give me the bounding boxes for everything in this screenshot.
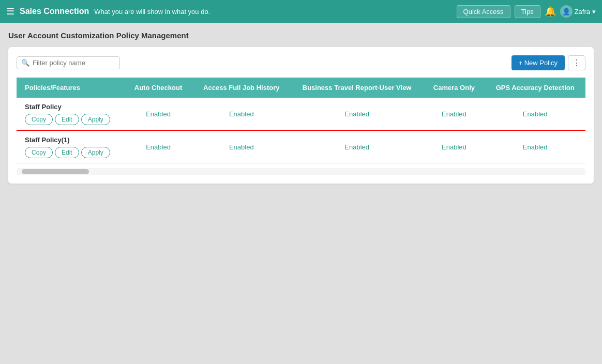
table-wrapper: Policies/FeaturesAuto CheckoutAccess Ful… xyxy=(17,78,585,164)
status-enabled-label: Enabled xyxy=(442,143,466,151)
status-cell: Enabled xyxy=(192,98,291,131)
policy-name-cell: 17Staff Policy(1)CopyEditApply xyxy=(17,131,124,164)
policy-name-cell: Staff PolicyCopyEditApply xyxy=(17,98,124,131)
new-policy-button[interactable]: + New Policy xyxy=(511,55,565,70)
column-header: Auto Checkout xyxy=(124,78,192,98)
status-enabled-label: Enabled xyxy=(523,110,548,118)
status-cell: Enabled xyxy=(424,98,485,131)
status-cell: Enabled xyxy=(192,131,291,164)
policy-card: 🔍 + New Policy ⋮ Policies/FeaturesAuto C… xyxy=(8,47,594,184)
copy-button[interactable]: Copy xyxy=(25,147,53,158)
user-name: Zafra xyxy=(575,8,590,16)
column-header: Camera Only xyxy=(424,78,485,98)
table-row: 17Staff Policy(1)CopyEditApplyEnabledEna… xyxy=(17,131,585,164)
bell-icon[interactable]: 🔔 xyxy=(545,6,556,17)
status-cell: Enabled xyxy=(424,131,485,164)
status-enabled-label: Enabled xyxy=(523,143,548,151)
search-input[interactable] xyxy=(33,59,115,67)
page-title: User Account Customization Policy Manage… xyxy=(8,31,594,40)
status-enabled-label: Enabled xyxy=(229,110,254,118)
status-cell: Enabled xyxy=(485,131,585,164)
tips-button[interactable]: Tips xyxy=(515,5,540,18)
status-enabled-label: Enabled xyxy=(344,143,369,151)
column-header: Access Full Job History xyxy=(192,78,291,98)
menu-icon[interactable]: ☰ xyxy=(6,6,14,17)
status-enabled-label: Enabled xyxy=(229,143,254,151)
status-enabled-label: Enabled xyxy=(146,110,171,118)
status-cell: Enabled xyxy=(291,131,424,164)
quick-access-button[interactable]: Quick Access xyxy=(457,5,510,18)
navbar-tagline: What you are will show in what you do. xyxy=(94,8,451,16)
search-wrapper: 🔍 xyxy=(17,56,120,69)
status-enabled-label: Enabled xyxy=(442,110,466,118)
policy-name-label: Staff Policy(1) xyxy=(25,136,116,144)
table-row: Staff PolicyCopyEditApplyEnabledEnabledE… xyxy=(17,98,585,131)
scrollbar-area[interactable] xyxy=(17,168,585,175)
status-cell: Enabled xyxy=(124,98,192,131)
policy-table: Policies/FeaturesAuto CheckoutAccess Ful… xyxy=(17,78,585,164)
status-cell: Enabled xyxy=(124,131,192,164)
table-body: Staff PolicyCopyEditApplyEnabledEnabledE… xyxy=(17,98,585,164)
avatar: 👤 xyxy=(560,5,573,18)
page-container: User Account Customization Policy Manage… xyxy=(0,23,602,364)
status-cell: Enabled xyxy=(291,98,424,131)
edit-button[interactable]: Edit xyxy=(55,147,79,158)
more-options-button[interactable]: ⋮ xyxy=(568,55,585,70)
action-buttons-group: CopyEditApply xyxy=(25,147,116,158)
column-header: Business Travel Report-User View xyxy=(291,78,424,98)
column-header: GPS Accuracy Detection xyxy=(485,78,585,98)
brand-name: Sales Connection xyxy=(20,7,89,16)
toolbar-right: + New Policy ⋮ xyxy=(511,55,586,70)
navbar: ☰ Sales Connection What you are will sho… xyxy=(0,0,602,23)
chevron-down-icon: ▾ xyxy=(592,8,596,16)
apply-button[interactable]: Apply xyxy=(81,114,110,125)
status-enabled-label: Enabled xyxy=(344,110,369,118)
policy-name-label: Staff Policy xyxy=(25,103,116,111)
edit-button[interactable]: Edit xyxy=(55,114,79,125)
scrollbar-thumb[interactable] xyxy=(22,169,89,174)
toolbar: 🔍 + New Policy ⋮ xyxy=(17,55,585,70)
navbar-actions: Quick Access Tips 🔔 👤 Zafra ▾ xyxy=(457,5,596,18)
status-cell: Enabled xyxy=(485,98,585,131)
search-icon: 🔍 xyxy=(21,59,29,67)
column-header: Policies/Features xyxy=(17,78,124,98)
user-menu[interactable]: 👤 Zafra ▾ xyxy=(560,5,596,18)
table-header: Policies/FeaturesAuto CheckoutAccess Ful… xyxy=(17,78,585,98)
status-enabled-label: Enabled xyxy=(146,143,171,151)
copy-button[interactable]: Copy xyxy=(25,114,53,125)
apply-button[interactable]: Apply xyxy=(81,147,110,158)
action-buttons-group: CopyEditApply xyxy=(25,114,116,125)
